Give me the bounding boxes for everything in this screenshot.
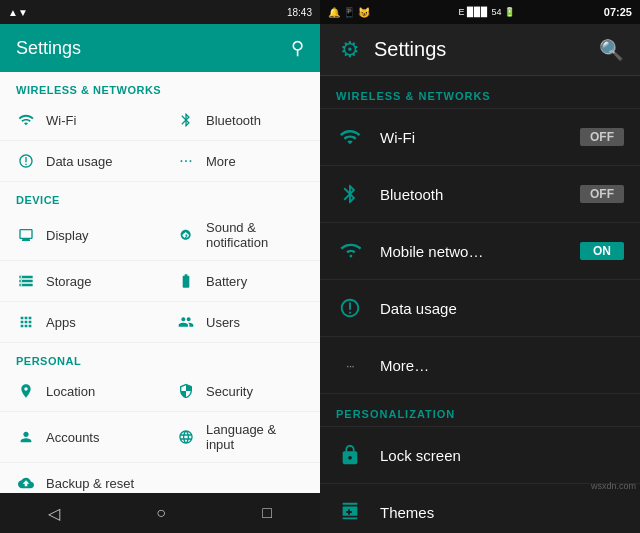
right-data-icon	[336, 294, 364, 322]
right-themes-icon	[336, 498, 364, 526]
left-nav-bar: ◁ ○ □	[0, 493, 320, 533]
right-search-button[interactable]: 🔍	[599, 38, 624, 62]
right-app-title: Settings	[374, 38, 446, 61]
left-wifi-label: Wi-Fi	[46, 113, 76, 128]
right-bluetooth-toggle[interactable]: OFF	[580, 185, 624, 203]
left-users-label: Users	[206, 315, 240, 330]
left-item-backup[interactable]: Backup & reset	[0, 463, 320, 493]
right-bluetooth-icon	[336, 180, 364, 208]
right-wifi-label: Wi-Fi	[380, 129, 564, 146]
data-usage-icon	[16, 151, 36, 171]
edge-icon: E	[458, 7, 464, 17]
left-item-wifi[interactable]: Wi-Fi	[0, 100, 160, 141]
right-section-personalization: Personalization	[320, 394, 640, 427]
right-item-mobile[interactable]: Mobile netwo… ON	[320, 223, 640, 280]
left-item-sound[interactable]: Sound & notification	[160, 210, 320, 261]
left-accounts-label: Accounts	[46, 430, 99, 445]
left-item-language[interactable]: Language & input	[160, 412, 320, 463]
left-language-label: Language & input	[206, 422, 304, 452]
right-bluetooth-label: Bluetooth	[380, 186, 564, 203]
right-item-bluetooth[interactable]: Bluetooth OFF	[320, 166, 640, 223]
home-button[interactable]: ○	[148, 496, 174, 530]
right-item-lockscreen[interactable]: Lock screen	[320, 427, 640, 484]
right-signal-icons: E ▉▉▉ 54 🔋	[458, 7, 515, 17]
right-item-datausage[interactable]: Data usage	[320, 280, 640, 337]
left-item-battery[interactable]: Battery	[160, 261, 320, 302]
left-display-label: Display	[46, 228, 89, 243]
signal-bars-icon: ▉▉▉	[467, 7, 488, 17]
storage-icon	[16, 271, 36, 291]
battery-icon-right: 🔋	[504, 7, 515, 17]
bbm-icon: 📱	[343, 7, 355, 18]
left-apps-label: Apps	[46, 315, 76, 330]
left-location-label: Location	[46, 384, 95, 399]
left-item-datausage[interactable]: Data usage	[0, 141, 160, 182]
left-item-security[interactable]: Security	[160, 371, 320, 412]
recent-button[interactable]: □	[254, 496, 280, 530]
right-wifi-toggle[interactable]: OFF	[580, 128, 624, 146]
left-item-display[interactable]: Display	[0, 210, 160, 261]
notification-icon: 🔔	[328, 7, 340, 18]
left-battery-label: Battery	[206, 274, 247, 289]
right-more-icon: ···	[336, 351, 364, 379]
right-lockscreen-label: Lock screen	[380, 447, 624, 464]
left-content: Wireless & networks Wi-Fi Bluetooth Data…	[0, 72, 320, 493]
cat-icon: 😺	[358, 7, 370, 18]
right-item-more[interactable]: ··· More…	[320, 337, 640, 394]
left-status-signal: ▲▼	[8, 7, 28, 18]
wifi-icon	[16, 110, 36, 130]
right-toolbar: ⚙ Settings 🔍	[320, 24, 640, 76]
left-search-button[interactable]: ⚲	[291, 37, 304, 59]
right-more-label: More…	[380, 357, 624, 374]
right-themes-label: Themes	[380, 504, 624, 521]
left-app-title: Settings	[16, 38, 81, 59]
right-lockscreen-icon	[336, 441, 364, 469]
right-item-themes[interactable]: Themes	[320, 484, 640, 533]
left-status-time: 18:43	[287, 7, 312, 18]
security-icon	[176, 381, 196, 401]
users-icon	[176, 312, 196, 332]
right-mobile-toggle[interactable]: ON	[580, 242, 624, 260]
backup-icon	[16, 473, 36, 493]
left-section-personal: Personal	[0, 343, 320, 371]
gear-icon: ⚙	[336, 36, 364, 64]
sound-icon	[176, 225, 196, 245]
left-item-bluetooth[interactable]: Bluetooth	[160, 100, 320, 141]
left-device-grid: Display Sound & notification Storage Bat…	[0, 210, 320, 343]
right-panel: 🔔 📱 😺 E ▉▉▉ 54 🔋 07:25 ⚙ Settings 🔍 Wire…	[320, 0, 640, 533]
accounts-icon	[16, 427, 36, 447]
right-section-wireless: Wireless & Networks	[320, 76, 640, 109]
left-wireless-grid: Wi-Fi Bluetooth Data usage ··· More	[0, 100, 320, 182]
left-item-location[interactable]: Location	[0, 371, 160, 412]
left-section-device: Device	[0, 182, 320, 210]
location-icon	[16, 381, 36, 401]
battery-icon	[176, 271, 196, 291]
left-section-wireless: Wireless & networks	[0, 72, 320, 100]
display-icon	[16, 225, 36, 245]
left-bluetooth-label: Bluetooth	[206, 113, 261, 128]
left-item-apps[interactable]: Apps	[0, 302, 160, 343]
right-wifi-icon	[336, 123, 364, 151]
right-status-icons: 🔔 📱 😺	[328, 7, 370, 18]
left-datausage-label: Data usage	[46, 154, 113, 169]
left-item-accounts[interactable]: Accounts	[0, 412, 160, 463]
left-more-label: More	[206, 154, 236, 169]
apps-icon	[16, 312, 36, 332]
battery-percent-icon: 54	[491, 7, 501, 17]
back-button[interactable]: ◁	[40, 496, 68, 531]
right-datausage-label: Data usage	[380, 300, 624, 317]
left-personal-grid: Location Security Accounts Language & in…	[0, 371, 320, 493]
left-storage-label: Storage	[46, 274, 92, 289]
left-item-users[interactable]: Users	[160, 302, 320, 343]
right-status-bar: 🔔 📱 😺 E ▉▉▉ 54 🔋 07:25	[320, 0, 640, 24]
left-panel: ▲▼ 18:43 Settings ⚲ Wireless & networks …	[0, 0, 320, 533]
left-status-bar: ▲▼ 18:43	[0, 0, 320, 24]
right-item-wifi[interactable]: Wi-Fi OFF	[320, 109, 640, 166]
left-backup-label: Backup & reset	[46, 476, 134, 491]
bluetooth-icon	[176, 110, 196, 130]
left-toolbar: Settings ⚲	[0, 24, 320, 72]
right-mobile-label: Mobile netwo…	[380, 243, 564, 260]
right-content: Wireless & Networks Wi-Fi OFF Bluetooth …	[320, 76, 640, 533]
left-item-more[interactable]: ··· More	[160, 141, 320, 182]
left-item-storage[interactable]: Storage	[0, 261, 160, 302]
